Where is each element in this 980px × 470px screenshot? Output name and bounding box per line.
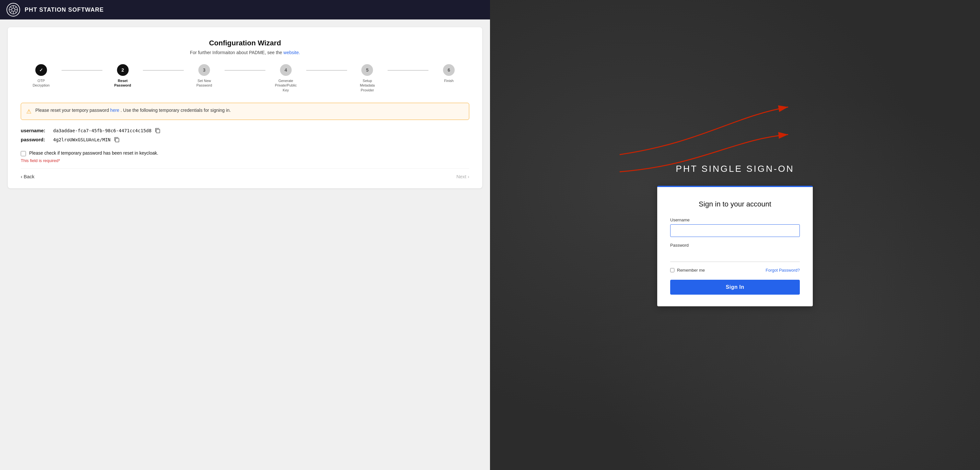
password-form-group: Password (670, 243, 800, 262)
wizard-title: Configuration Wizard (21, 39, 469, 47)
svg-line-7 (15, 11, 16, 13)
wizard-container: Configuration Wizard For further Informa… (0, 19, 490, 470)
next-chevron-icon: › (468, 174, 469, 179)
step-1-circle: ✓ (35, 64, 47, 76)
remember-me-checkbox[interactable] (670, 268, 675, 272)
sso-title: PHT SINGLE SIGN-ON (676, 164, 794, 174)
back-button[interactable]: ‹ Back (21, 174, 34, 179)
password-credential-value: 4g2lroUWxGSLUAnLe/MIN (53, 137, 110, 142)
step-3: 3 Set New Password (184, 64, 224, 88)
username-credential-value: da3addae-fca7-45fb-98c6-4471cc4c15d8 (53, 128, 151, 133)
copy-username-icon[interactable] (154, 128, 161, 134)
step-2: 2 Reset Password (102, 64, 143, 88)
step-2-label: Reset Password (111, 78, 134, 88)
wizard-card: Configuration Wizard For further Informa… (8, 27, 482, 188)
right-panel: PHT SINGLE SIGN-ON Sign in to your accou… (490, 0, 980, 470)
signin-heading: Sign in to your account (670, 200, 800, 209)
step-6: 6 Finish (428, 64, 469, 83)
alert-text: Please reset your tempory password here … (35, 108, 231, 113)
sign-in-button[interactable]: Sign In (670, 280, 800, 295)
field-required-text: This field is required* (21, 158, 469, 163)
step-6-circle: 6 (443, 64, 455, 76)
reset-password-link[interactable]: here (110, 108, 119, 113)
left-panel: PHT STATION SOFTWARE Configuration Wizar… (0, 0, 490, 470)
wizard-subtitle: For further Informaiton about PADME, see… (21, 50, 469, 55)
wizard-footer: ‹ Back Next › (21, 168, 469, 179)
step-6-label: Finish (444, 78, 453, 83)
password-credential-row: password: 4g2lroUWxGSLUAnLe/MIN (21, 137, 469, 143)
back-chevron-icon: ‹ (21, 174, 22, 179)
svg-line-9 (10, 11, 12, 13)
username-input[interactable] (670, 224, 800, 237)
step-5: 5 Setup Metadata Provider (347, 64, 388, 92)
step-5-circle: 5 (361, 64, 373, 76)
step-4: 4 Generate Private/Public Key (266, 64, 306, 92)
remember-me-row: Remember me (670, 268, 705, 272)
username-form-group: Username (670, 218, 800, 237)
password-label: Password (670, 243, 800, 248)
step-3-circle: 3 (198, 64, 210, 76)
password-input[interactable] (670, 250, 800, 262)
username-credential-label: username: (21, 128, 53, 133)
step-1-label: OTP Decryption (30, 78, 52, 88)
step-4-circle: 4 (280, 64, 292, 76)
svg-line-8 (15, 7, 16, 8)
step-2-circle: 2 (117, 64, 129, 76)
signin-card: Sign in to your account Username Passwor… (657, 186, 813, 306)
step-4-label: Generate Private/Public Key (275, 78, 297, 92)
username-label: Username (670, 218, 800, 222)
step-5-label: Setup Metadata Provider (356, 78, 379, 92)
svg-point-1 (12, 8, 15, 11)
copy-password-icon[interactable] (114, 137, 119, 143)
app-logo (6, 3, 20, 16)
stepper: ✓ OTP Decryption 2 Reset Password 3 Set … (21, 64, 469, 92)
alert-warning: ⚠ Please reset your tempory password her… (21, 103, 469, 120)
forgot-password-link[interactable]: Forgot Password? (766, 268, 800, 272)
svg-line-6 (10, 7, 12, 8)
password-credential-label: password: (21, 137, 53, 142)
app-title: PHT STATION SOFTWARE (25, 6, 104, 13)
step-1: ✓ OTP Decryption (21, 64, 62, 88)
app-header: PHT STATION SOFTWARE (0, 0, 490, 19)
next-button[interactable]: Next › (456, 174, 469, 179)
svg-rect-10 (156, 129, 160, 133)
warning-icon: ⚠ (26, 108, 32, 115)
padme-website-link[interactable]: website. (283, 50, 300, 55)
username-credential-row: username: da3addae-fca7-45fb-98c6-4471cc… (21, 128, 469, 134)
keycloak-checkbox-label: Please check if temporary password has b… (29, 150, 158, 156)
credentials-section: username: da3addae-fca7-45fb-98c6-4471cc… (21, 128, 469, 143)
step-3-label: Set New Password (193, 78, 215, 88)
svg-rect-11 (115, 139, 119, 142)
keycloak-checkbox-row: Please check if temporary password has b… (21, 150, 469, 156)
keycloak-checkbox[interactable] (21, 151, 26, 156)
form-options: Remember me Forgot Password? (670, 268, 800, 272)
